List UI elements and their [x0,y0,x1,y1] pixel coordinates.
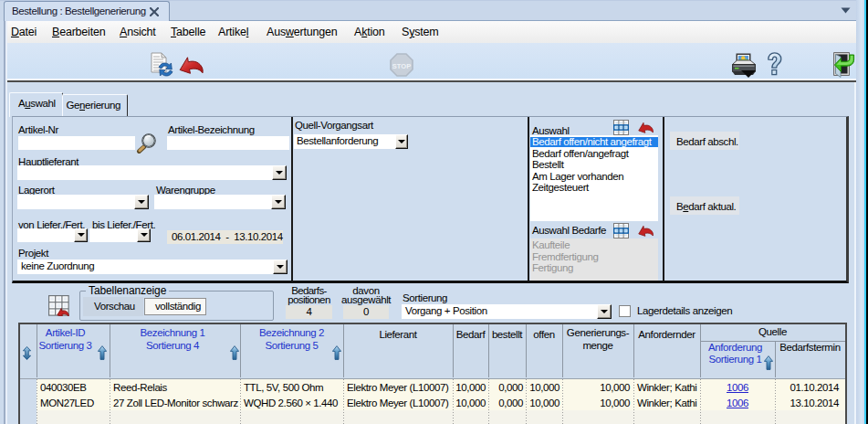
svg-text:STOP: STOP [392,62,411,70]
